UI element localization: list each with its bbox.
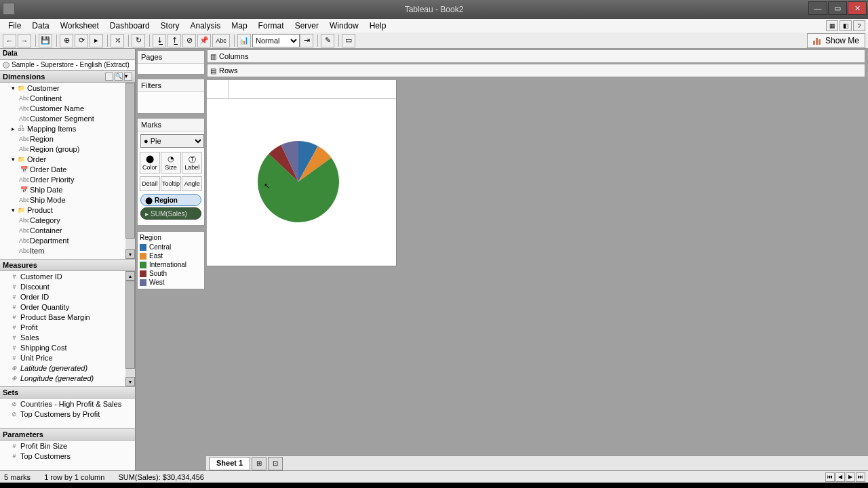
rows-shelf[interactable]: ▤Rows — [207, 64, 865, 77]
data-source-item[interactable]: Sample - Superstore - English (Extract) — [0, 60, 135, 70]
legend-item-east[interactable]: East — [140, 251, 202, 260]
marks-size-button[interactable]: ◔Size — [161, 152, 181, 174]
menu-analysis[interactable]: Analysis — [185, 20, 226, 32]
nav-prev-button[interactable]: ◀ — [835, 472, 845, 482]
nav-last-button[interactable]: ⏭ — [856, 472, 865, 482]
maximize-button[interactable]: ▭ — [828, 1, 847, 15]
filters-shelf[interactable]: Filters — [137, 79, 205, 114]
pin-button[interactable]: 📌 — [197, 34, 211, 47]
param-profit-bin[interactable]: Profit Bin Size — [20, 442, 67, 450]
side-toggle-icon[interactable]: ◧ — [840, 20, 852, 31]
dimension-customer-name[interactable]: Customer Name — [30, 104, 84, 113]
dimension-order-date[interactable]: Order Date — [30, 165, 66, 174]
dimension-ship-mode[interactable]: Ship Mode — [30, 196, 66, 204]
measure-discount[interactable]: Discount — [20, 283, 50, 291]
abc-button[interactable]: Abc — [212, 34, 230, 47]
new-dashboard-button[interactable]: ⊡ — [268, 457, 283, 470]
back-button[interactable]: ← — [3, 34, 16, 47]
marks-label-button[interactable]: ⓉLabel — [182, 152, 202, 174]
marks-pill-region[interactable]: ⬤ Region — [140, 194, 201, 206]
marks-pill-sumsales[interactable]: ▸ SUM(Sales) — [140, 207, 201, 220]
legend-item-west[interactable]: West — [140, 278, 202, 287]
mark-type-dropdown[interactable]: ● Pie — [140, 134, 204, 148]
sheet-tab-1[interactable]: Sheet 1 — [209, 457, 250, 470]
sort-asc-button[interactable]: ↓̲ — [153, 34, 166, 47]
dimensions-menu-icon[interactable]: ▾ — [124, 73, 132, 81]
refresh-button[interactable]: ↻ — [132, 34, 145, 47]
chart-type-button[interactable]: 📊 — [237, 34, 251, 47]
dimension-department[interactable]: Department — [30, 237, 68, 245]
pages-shelf[interactable]: Pages — [137, 50, 205, 75]
dimension-item[interactable]: Item — [30, 247, 44, 255]
dimension-customer-segment[interactable]: Customer Segment — [30, 115, 94, 123]
scroll-down-icon[interactable]: ▾ — [125, 249, 135, 259]
scroll-down-icon[interactable]: ▾ — [125, 377, 135, 386]
dimension-container[interactable]: Container — [30, 226, 62, 235]
dimension-folder-customer[interactable]: Customer — [27, 84, 60, 92]
swap-button[interactable]: ⤭ — [111, 34, 124, 47]
legend-item-central[interactable]: Central — [140, 243, 202, 251]
menu-format[interactable]: Format — [253, 20, 290, 32]
measure-latitude[interactable]: Latitude (generated) — [20, 364, 87, 372]
set-top-customers[interactable]: Top Customers by Profit — [20, 410, 100, 418]
measure-shipping-cost[interactable]: Shipping Cost — [20, 344, 67, 352]
add-data-button[interactable]: ⊕ — [60, 34, 73, 47]
measure-profit[interactable]: Profit — [20, 323, 38, 331]
marks-tooltip-button[interactable]: Tooltip — [161, 176, 181, 191]
view-as-icon[interactable] — [105, 73, 113, 81]
measure-sales[interactable]: Sales — [20, 333, 39, 342]
dimension-region-group[interactable]: Region (group) — [30, 145, 79, 153]
dimension-continent[interactable]: Continent — [30, 94, 62, 102]
menu-server[interactable]: Server — [290, 20, 324, 32]
columns-shelf[interactable]: ▥Columns — [207, 49, 865, 63]
fit-dropdown[interactable]: Normal — [252, 34, 300, 47]
marks-color-button[interactable]: ⬤Color — [140, 152, 160, 174]
menu-dashboard[interactable]: Dashboard — [104, 20, 155, 32]
nav-first-button[interactable]: ⏮ — [825, 472, 835, 482]
measure-longitude[interactable]: Longitude (generated) — [20, 374, 94, 382]
measure-unit-price[interactable]: Unit Price — [20, 354, 53, 362]
set-countries[interactable]: Countries - High Profit & Sales — [20, 400, 121, 408]
worksheet-canvas[interactable]: ↖ — [206, 77, 868, 455]
data-tab[interactable]: Data — [0, 49, 135, 60]
dimension-ship-date[interactable]: Ship Date — [30, 186, 62, 194]
dimension-order-priority[interactable]: Order Priority — [30, 176, 74, 184]
scroll-up-icon[interactable]: ▴ — [125, 271, 135, 281]
dimension-region[interactable]: Region — [30, 135, 54, 143]
auto-update-button[interactable]: ⟳ — [75, 34, 88, 47]
dimension-mapping-items[interactable]: Mapping Items — [27, 125, 76, 133]
minimize-button[interactable]: — — [808, 1, 827, 15]
group-button[interactable]: ⊘ — [182, 34, 196, 47]
new-worksheet-button[interactable]: ⊞ — [252, 457, 267, 470]
legend-item-south[interactable]: South — [140, 269, 202, 278]
menu-worksheet[interactable]: Worksheet — [55, 20, 104, 32]
marks-detail-button[interactable]: Detail — [140, 176, 160, 191]
nav-next-button[interactable]: ▶ — [846, 472, 855, 482]
menu-story[interactable]: Story — [155, 20, 185, 32]
measure-product-base-margin[interactable]: Product Base Margin — [20, 313, 90, 321]
shelf-toggle-icon[interactable]: ▦ — [826, 20, 838, 31]
run-button[interactable]: ▸ — [90, 34, 103, 47]
measure-order-quantity[interactable]: Order Quantity — [20, 303, 69, 311]
menu-help[interactable]: Help — [364, 20, 392, 32]
presentation-button[interactable]: ▭ — [342, 34, 355, 47]
menu-window[interactable]: Window — [324, 20, 364, 32]
sort-desc-button[interactable]: ↑̲ — [167, 34, 181, 47]
legend-item-international[interactable]: International — [140, 260, 202, 269]
menu-data[interactable]: Data — [26, 20, 54, 32]
dimension-category[interactable]: Category — [30, 216, 60, 224]
highlight-button[interactable]: ✎ — [321, 34, 334, 47]
param-top-customers[interactable]: Top Customers — [20, 452, 71, 460]
marks-angle-button[interactable]: Angle — [182, 176, 202, 191]
close-button[interactable]: ✕ — [848, 1, 867, 15]
dimension-folder-product[interactable]: Product — [27, 206, 53, 214]
menu-map[interactable]: Map — [226, 20, 252, 32]
color-legend[interactable]: Region Central East International South … — [137, 231, 205, 289]
save-button[interactable]: 💾 — [39, 34, 52, 47]
measure-customer-id[interactable]: Customer ID — [20, 272, 62, 281]
pie-chart[interactable] — [258, 141, 339, 222]
measure-order-id[interactable]: Order ID — [20, 293, 49, 301]
forward-button[interactable]: → — [18, 34, 31, 47]
show-me-button[interactable]: Show Me — [807, 33, 865, 48]
help-icon[interactable]: ? — [853, 20, 865, 31]
